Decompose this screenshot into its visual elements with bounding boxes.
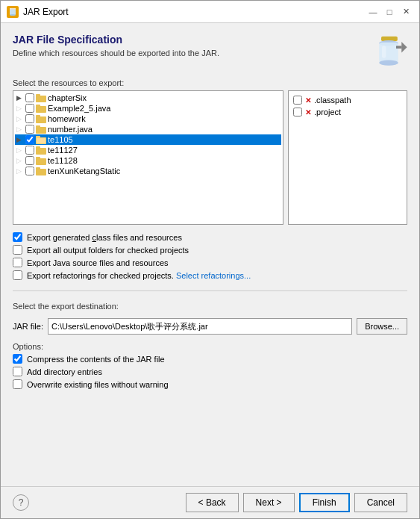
folder-icon-te11127 [36, 146, 46, 155]
svg-rect-23 [36, 146, 40, 149]
check-number[interactable] [25, 125, 34, 134]
folder-icon-te1105 [36, 135, 46, 144]
check-compress[interactable] [13, 354, 22, 364]
label-compress: Compress the contents of the JAR file [27, 355, 165, 364]
check-refactorings[interactable] [13, 270, 22, 280]
back-button[interactable]: < Back [186, 493, 239, 512]
svg-rect-11 [36, 96, 46, 102]
option-refactorings[interactable]: Export refactorings for checked projects… [13, 270, 407, 280]
label-tenxun: tenXunKetangStatic [48, 167, 120, 175]
titlebar-controls: — □ ✕ [366, 4, 413, 19]
check-directory[interactable] [13, 367, 22, 376]
option-compress[interactable]: Compress the contents of the JAR file [13, 354, 407, 364]
cancel-button[interactable]: Cancel [354, 493, 407, 512]
check-te11127[interactable] [25, 146, 34, 155]
label-source-files: Export Java source files and resources [27, 258, 169, 267]
check-output-folders[interactable] [13, 245, 22, 255]
svg-rect-24 [36, 158, 46, 165]
svg-rect-20 [36, 136, 40, 138]
extras-panel[interactable]: ✕ .classpath ✕ .project [288, 90, 407, 225]
label-chaptersix: chapterSix [48, 93, 87, 102]
folder-icon-tenxun [36, 167, 46, 175]
tree-item-te1105[interactable]: ▶ te1105 [15, 134, 281, 145]
check-chaptersix[interactable] [25, 93, 34, 102]
jar-graphic [370, 34, 407, 71]
jar-file-input[interactable] [48, 318, 352, 335]
label-project: .project [314, 108, 341, 116]
tree-item-example[interactable]: ▷ Example2_5.java [15, 103, 281, 114]
tree-item-homework[interactable]: ▷ homework [15, 114, 281, 124]
check-te1105[interactable] [25, 135, 34, 144]
svg-rect-12 [36, 94, 40, 96]
page-subtitle: Define which resources should be exporte… [13, 49, 219, 58]
check-project[interactable] [293, 108, 302, 116]
extra-item-classpath[interactable]: ✕ .classpath [292, 94, 404, 106]
option-class-files[interactable]: Export generated class files and resourc… [13, 232, 407, 242]
svg-rect-18 [36, 125, 40, 128]
svg-rect-4 [381, 37, 398, 41]
maximize-button[interactable]: □ [382, 4, 397, 19]
tree-item-te11127[interactable]: ▷ te11127 [15, 145, 281, 155]
option-directory[interactable]: Add directory entries [13, 367, 407, 376]
check-tenxun[interactable] [25, 167, 34, 175]
option-overwrite[interactable]: Overwrite existing files without warning [13, 379, 407, 389]
check-te11128[interactable] [25, 156, 34, 165]
check-example[interactable] [25, 104, 34, 113]
svg-rect-16 [36, 115, 40, 117]
check-source-files[interactable] [13, 258, 22, 267]
finish-button[interactable]: Finish [299, 493, 350, 512]
resources-panel: ▶ chapterSix ▷ [13, 90, 407, 225]
window-title: JAR Export [23, 7, 69, 17]
page-title: JAR File Specification [13, 34, 219, 46]
option-output-folders[interactable]: Export all output folders for checked pr… [13, 245, 407, 255]
resources-section: Select the resources to export: ▶ chapte… [13, 78, 407, 225]
resources-label: Select the resources to export: [13, 78, 407, 87]
label-te11127: te11127 [48, 146, 78, 155]
minimize-button[interactable]: — [366, 4, 380, 19]
label-class-files: Export generated class files and resourc… [27, 233, 182, 242]
arrow-te11127: ▷ [16, 146, 24, 154]
jar-icon [7, 6, 19, 18]
tree-item-number[interactable]: ▷ number.java [15, 124, 281, 134]
window: JAR Export — □ ✕ JAR File Specification … [0, 0, 420, 519]
option-source-files[interactable]: Export Java source files and resources [13, 258, 407, 267]
select-refactorings-link[interactable]: Select refactorings... [176, 271, 251, 280]
export-options-section: Export generated class files and resourc… [13, 232, 407, 280]
label-te1105: te1105 [48, 135, 73, 144]
arrow-te11128: ▷ [16, 157, 24, 164]
check-homework[interactable] [25, 114, 34, 123]
check-class-files[interactable] [13, 232, 22, 242]
extra-item-project[interactable]: ✕ .project [292, 106, 404, 118]
folder-icon-chaptersix [36, 93, 46, 102]
arrow-te1105: ▶ [16, 136, 24, 143]
svg-rect-15 [36, 116, 46, 123]
check-overwrite[interactable] [13, 379, 22, 389]
label-refactorings: Export refactorings for checked projects… [27, 271, 251, 280]
svg-rect-8 [382, 46, 386, 58]
next-button[interactable]: Next > [243, 493, 295, 512]
close-button[interactable]: ✕ [398, 4, 413, 19]
label-te11128: te11128 [48, 156, 78, 165]
compress-section: Options: Compress the contents of the JA… [13, 342, 407, 389]
svg-point-3 [10, 14, 16, 16]
label-example: Example2_5.java [48, 104, 110, 113]
folder-icon-te11128 [36, 156, 46, 165]
check-classpath[interactable] [293, 96, 302, 105]
titlebar: JAR Export — □ ✕ [1, 1, 419, 23]
tree-panel[interactable]: ▶ chapterSix ▷ [13, 90, 283, 225]
tree-item-te11128[interactable]: ▷ te11128 [15, 155, 281, 166]
label-homework: homework [48, 114, 86, 123]
titlebar-left: JAR Export [7, 6, 69, 18]
folder-icon-number [36, 125, 46, 134]
arrow-homework: ▷ [16, 115, 24, 122]
svg-point-7 [379, 60, 398, 65]
tree-item-tenxun[interactable]: ▷ tenXunKetangStatic [15, 166, 281, 176]
svg-rect-13 [36, 106, 46, 113]
label-classpath: .classpath [314, 96, 351, 105]
project-icon: ✕ [305, 108, 311, 116]
help-button[interactable]: ? [13, 494, 29, 511]
browse-button[interactable]: Browse... [357, 318, 407, 335]
destination-section: Select the export destination: JAR file:… [13, 302, 407, 335]
label-directory: Add directory entries [27, 367, 102, 376]
tree-item-chaptersix[interactable]: ▶ chapterSix [15, 93, 281, 103]
